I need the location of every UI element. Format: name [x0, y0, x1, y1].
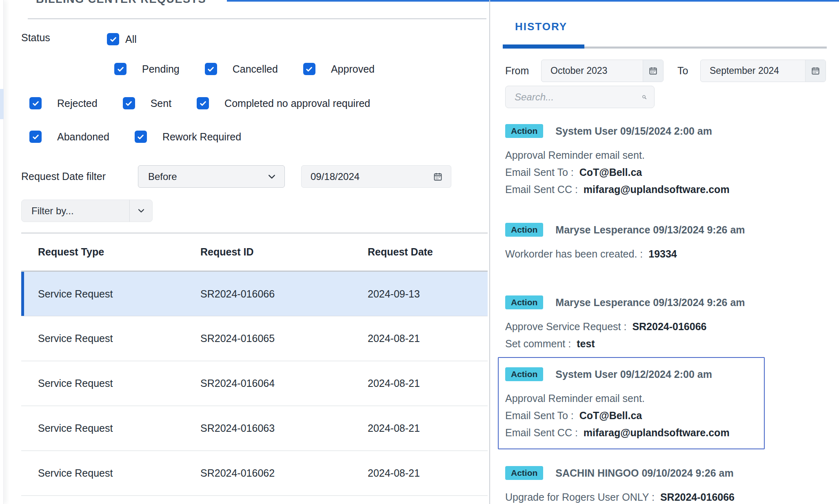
history-line-value: 19334	[648, 248, 677, 260]
cell-request-type: Service Request	[21, 288, 200, 300]
column-header-request-date: Request Date	[368, 246, 488, 258]
table-row[interactable]: Service Request SR2024-016066 2024-09-13	[21, 271, 488, 316]
table-row[interactable]: Service Request SR2024-016064 2024-08-21	[21, 361, 488, 406]
history-item[interactable]: Action Maryse Lesperance 09/13/2024 9:26…	[505, 222, 779, 262]
history-item-header: Action System User 09/15/2024 2:00 am	[505, 124, 779, 138]
requests-table: Request Type Request ID Request Date Ser…	[21, 233, 488, 496]
column-header-request-type: Request Type	[21, 246, 200, 258]
chevron-down-icon	[138, 209, 144, 213]
table-row[interactable]: Service Request SR2024-016063 2024-08-21	[21, 406, 488, 451]
checkbox[interactable]	[197, 97, 209, 109]
status-checkbox-item[interactable]: Pending	[114, 63, 180, 75]
checkbox-label: Completed no approval required	[224, 98, 370, 109]
checkbox-label: Sent	[151, 98, 171, 109]
action-badge: Action	[505, 367, 543, 381]
calendar-icon[interactable]	[433, 172, 443, 182]
history-item-line: Email Sent To :CoT@Bell.ca	[505, 407, 764, 424]
history-item-line: Email Sent To :CoT@Bell.ca	[505, 164, 779, 181]
calendar-glyph	[811, 66, 820, 75]
history-search-box	[505, 86, 655, 108]
filter-by-caret[interactable]	[129, 200, 152, 222]
cell-request-type: Service Request	[21, 422, 200, 434]
table-row[interactable]: Service Request SR2024-016062 2024-08-21	[21, 451, 488, 496]
collapsed-sidebar[interactable]	[0, 0, 4, 504]
column-header-request-id: Request ID	[200, 246, 368, 258]
checkbox[interactable]	[29, 97, 42, 109]
tab-history[interactable]: HISTORY	[515, 20, 567, 33]
checkbox[interactable]	[205, 63, 217, 75]
check-icon	[124, 99, 133, 108]
action-badge: Action	[505, 223, 543, 236]
checkbox[interactable]	[123, 97, 135, 109]
request-date-value: 09/18/2024	[311, 171, 360, 182]
status-checkbox-item[interactable]: Sent	[123, 97, 171, 109]
status-checkbox-row: Pending Cancelled Approved	[114, 62, 375, 75]
top-accent-line	[227, 0, 839, 2]
status-checkbox-item[interactable]: Abandoned	[29, 131, 109, 143]
history-line-label: Email Sent To :	[505, 167, 574, 178]
checkbox[interactable]	[114, 63, 127, 75]
history-line-label: Upgrade for Rogers User ONLY :	[505, 491, 655, 503]
calendar-icon[interactable]	[643, 60, 663, 82]
from-label: From	[505, 65, 529, 77]
history-item-body: Upgrade for Rogers User ONLY :SR2024-016…	[505, 488, 779, 504]
history-item-header: Action SACHIN HINGOO 09/10/2024 9:26 am	[505, 466, 779, 480]
history-item[interactable]: Action Maryse Lesperance 09/13/2024 9:26…	[505, 295, 779, 352]
checkbox-label: Pending	[142, 63, 180, 75]
filter-by-dropdown[interactable]: Filter by...	[21, 200, 153, 222]
status-checkbox-item[interactable]: Cancelled	[205, 63, 278, 75]
cell-request-id: SR2024-016065	[200, 333, 368, 344]
checkbox[interactable]	[135, 131, 147, 143]
checkbox[interactable]	[29, 131, 42, 143]
history-line-value: mifarag@uplandsoftware.com	[584, 427, 730, 438]
action-badge: Action	[505, 295, 543, 309]
cell-request-date: 2024-08-21	[368, 467, 488, 479]
check-icon	[116, 65, 125, 73]
history-item[interactable]: Action System User 09/12/2024 2:00 am Ap…	[498, 357, 765, 449]
history-to-date-picker[interactable]: September 2024	[700, 60, 826, 82]
action-badge: Action	[505, 466, 543, 480]
cell-request-id: SR2024-016063	[200, 422, 368, 434]
history-line-value: mifarag@uplandsoftware.com	[584, 184, 730, 195]
history-from-date-picker[interactable]: October 2023	[541, 60, 664, 82]
checkbox-label: All	[125, 33, 137, 45]
check-icon	[31, 99, 40, 108]
history-line-label: Approve Service Request :	[505, 321, 626, 332]
collapsed-sidebar-active-item[interactable]	[0, 89, 4, 119]
cell-request-date: 2024-08-21	[368, 333, 488, 344]
calendar-icon[interactable]	[805, 60, 826, 82]
history-item-body: Approval Reminder email sent. Email Sent…	[505, 390, 764, 441]
search-icon[interactable]	[642, 92, 647, 102]
status-checkbox-item[interactable]: Completed no approval required	[197, 97, 370, 109]
cell-request-id: SR2024-016066	[200, 288, 368, 300]
history-item-line: Workorder has been created. :19334	[505, 245, 779, 262]
to-label: To	[677, 65, 688, 77]
history-line-value: SR2024-016066	[660, 491, 735, 503]
request-date-operator-value: Before	[148, 171, 177, 182]
history-item-header: Action Maryse Lesperance 09/13/2024 9:26…	[505, 222, 779, 237]
page-title: BILLING CENTER REQUESTS	[36, 0, 206, 6]
history-item-title: System User 09/12/2024 2:00 am	[555, 369, 712, 380]
history-search-input[interactable]	[510, 91, 642, 103]
checkbox[interactable]	[303, 63, 315, 75]
request-date-filter-label: Request Date filter	[21, 171, 106, 182]
request-date-input[interactable]: 09/18/2024	[301, 165, 451, 188]
checkbox-label: Abandoned	[57, 131, 109, 143]
billing-center-requests-page: BILLING CENTER REQUESTS Status All Pendi…	[0, 0, 839, 504]
history-item[interactable]: Action SACHIN HINGOO 09/10/2024 9:26 am …	[505, 466, 779, 504]
history-from-date-value: October 2023	[542, 60, 643, 82]
check-icon	[199, 99, 207, 108]
history-line-label: Workorder has been created. :	[505, 248, 643, 260]
request-date-operator-select[interactable]: Before	[138, 165, 285, 188]
status-checkbox-item[interactable]: Rework Required	[135, 131, 241, 143]
checkbox[interactable]	[107, 33, 119, 45]
checkbox-label: Rejected	[57, 98, 98, 109]
history-item[interactable]: Action System User 09/15/2024 2:00 am Ap…	[505, 124, 779, 198]
calendar-glyph	[648, 66, 658, 75]
cell-request-date: 2024-08-21	[368, 422, 488, 434]
table-row[interactable]: Service Request SR2024-016065 2024-08-21	[21, 316, 488, 361]
status-checkbox-item[interactable]: Rejected	[29, 97, 98, 109]
status-checkbox-item[interactable]: All	[107, 33, 137, 45]
status-checkbox-item[interactable]: Approved	[303, 63, 375, 75]
history-item-title: SACHIN HINGOO 09/10/2024 9:26 am	[555, 467, 733, 479]
